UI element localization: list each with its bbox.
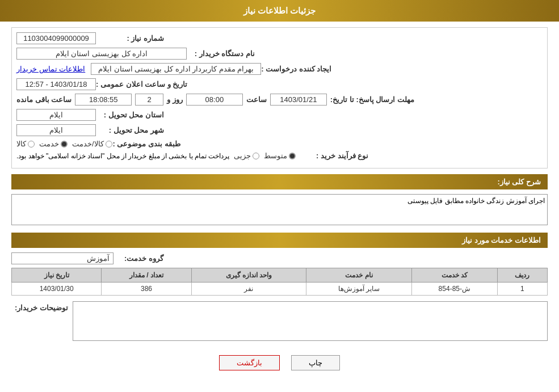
col-date: تاریخ نیاز [12, 268, 102, 283]
radio-motawaset-label: متوسط [264, 151, 287, 160]
tabaqe-label: طبقه بندی موضوعی : [112, 140, 180, 148]
info-section: شماره نیاز : 1103004099000009 نام دستگاه… [11, 27, 548, 168]
radio-kala-khadamat-label: کالا/خدمت [72, 140, 104, 148]
tabaqe-options: کالا/خدمت خدمت کالا [16, 140, 112, 148]
cell-radif: 1 [497, 283, 547, 296]
services-table: ردیف کد خدمت نام خدمت واحد اندازه گیری ت… [11, 268, 548, 296]
radio-jozii[interactable]: جزیی [234, 151, 259, 160]
radio-kala-label: کالا [16, 140, 26, 148]
mohlat-mande-label: ساعت باقی مانده [16, 95, 72, 104]
radio-motawaset[interactable]: متوسط [264, 151, 296, 160]
cell-kod: ش-85-854 [411, 283, 497, 296]
darkhast-row: نام دستگاه خریدار : اداره کل بهزیستی است… [16, 48, 543, 60]
mohlat-date: 1403/01/21 [270, 94, 327, 106]
back-button[interactable]: بازگشت [219, 355, 280, 370]
shomara-label: شماره نیاز : [96, 34, 164, 43]
mohlat-label: مهلت ارسال پاسخ: تا تاریخ: [330, 95, 414, 104]
col-name: نام خدمت [306, 268, 412, 283]
radio-khadamat[interactable]: خدمت [39, 140, 68, 148]
gorohe-value: آموزش [11, 252, 114, 264]
page-title: جزئیات اطلاعات نیاز [243, 6, 316, 15]
print-button[interactable]: چاپ [291, 355, 340, 370]
radio-motawaset-circle [289, 153, 296, 159]
shahr-label: شهر محل تحویل : [96, 126, 164, 134]
tawzih-row: توضیحات خریدار: [11, 301, 548, 341]
ijad-link[interactable]: اطلاعات تماس خریدار [16, 65, 85, 73]
cell-date: 1403/01/30 [12, 283, 102, 296]
mohlat-mande: 18:08:55 [75, 94, 132, 106]
cell-unit: نفر [191, 283, 306, 296]
sharh-section-title: شرح کلی نیاز: [11, 174, 548, 189]
radio-kala-circle [28, 141, 35, 147]
gorohe-label: گروه خدمت: [118, 254, 163, 263]
cell-name: سایر آموزش‌ها [306, 283, 412, 296]
tawzih-textarea[interactable] [73, 301, 548, 341]
ijad-row: ایجاد کننده درخواست : بهرام مقدم کاربردا… [16, 63, 543, 75]
main-content: شماره نیاز : 1103004099000009 نام دستگاه… [0, 22, 559, 385]
ijad-label: ایجاد کننده درخواست : [261, 65, 331, 73]
tarikh-label: تاریخ و ساعت اعلان عمومی : [96, 80, 187, 88]
darkhast-value: اداره کل بهزیستی استان ایلام [16, 48, 187, 60]
noeFaraind-options: متوسط جزیی [234, 151, 296, 160]
noeFaraind-note: پرداخت تمام یا بخشی از مبلغ خریدار از مح… [16, 152, 229, 160]
col-unit: واحد اندازه گیری [191, 268, 306, 283]
tawzih-section: توضیحات خریدار: [11, 301, 548, 341]
shahr-value: ایلام [16, 124, 96, 136]
ijad-value: بهرام مقدم کاربردار اداره کل بهزیستی است… [91, 63, 261, 75]
page-header: جزئیات اطلاعات نیاز [0, 0, 559, 22]
cell-count: 386 [102, 283, 191, 296]
radio-kala-khadamat-circle [106, 141, 112, 147]
ostan-label: استان محل تحویل : [96, 111, 164, 119]
ostan-row: استان محل تحویل : ایلام [16, 109, 543, 121]
radio-khadamat-label: خدمت [39, 140, 59, 148]
shomara-row: شماره نیاز : 1103004099000009 [16, 32, 543, 44]
page-wrapper: جزئیات اطلاعات نیاز شماره نیاز : 1103004… [0, 0, 559, 392]
sharh-textarea[interactable]: اجرای آموزش زندگی خانواده مطابق فایل پیو… [11, 194, 548, 225]
noeFaraind-row: نوع فرآیند خرید : متوسط جزیی پرداخت تمام… [16, 151, 543, 160]
sharh-area: اجرای آموزش زندگی خانواده مطابق فایل پیو… [11, 194, 548, 227]
shomara-value: 1103004099000009 [16, 32, 96, 44]
ostan-value: ایلام [16, 109, 96, 121]
col-kod: کد خدمت [411, 268, 497, 283]
mohlat-saat-label: ساعت [246, 95, 267, 104]
khadamat-section-title: اطلاعات خدمات مورد نیاز [11, 233, 548, 248]
tarikh-row: تاریخ و ساعت اعلان عمومی : 1403/01/18 - … [16, 78, 543, 90]
radio-khadamat-circle [61, 141, 68, 147]
mohlat-row: مهلت ارسال پاسخ: تا تاریخ: 1403/01/21 سا… [16, 94, 543, 106]
mohlat-roz: 2 [135, 94, 163, 106]
tabaqe-row: طبقه بندی موضوعی : کالا/خدمت خدمت کالا [16, 140, 543, 148]
tawzih-label: توضیحات خریدار: [11, 301, 68, 312]
footer-buttons: چاپ بازگشت [11, 347, 548, 379]
service-section: گروه خدمت: آموزش ردیف کد خدمت نام خدمت و… [11, 252, 548, 296]
col-count: تعداد / مقدار [102, 268, 191, 283]
radio-kala-khadamat[interactable]: کالا/خدمت [72, 140, 112, 148]
gorohe-row: گروه خدمت: آموزش [11, 252, 548, 264]
tarikh-value: 1403/01/18 - 12:57 [16, 78, 96, 90]
shahr-row: شهر محل تحویل : ایلام [16, 124, 543, 136]
radio-kala[interactable]: کالا [16, 140, 35, 148]
radio-jozii-circle [253, 153, 259, 159]
darkhast-label: نام دستگاه خریدار : [187, 49, 255, 58]
radio-jozii-label: جزیی [234, 151, 251, 160]
table-row: 1 ش-85-854 سایر آموزش‌ها نفر 386 1403/01… [12, 283, 548, 296]
col-radif: ردیف [497, 268, 547, 283]
mohlat-saat: 08:00 [186, 94, 243, 106]
mohlat-roz-label: روز و [167, 95, 183, 104]
noeFaraind-label: نوع فرآیند خرید : [300, 151, 368, 160]
